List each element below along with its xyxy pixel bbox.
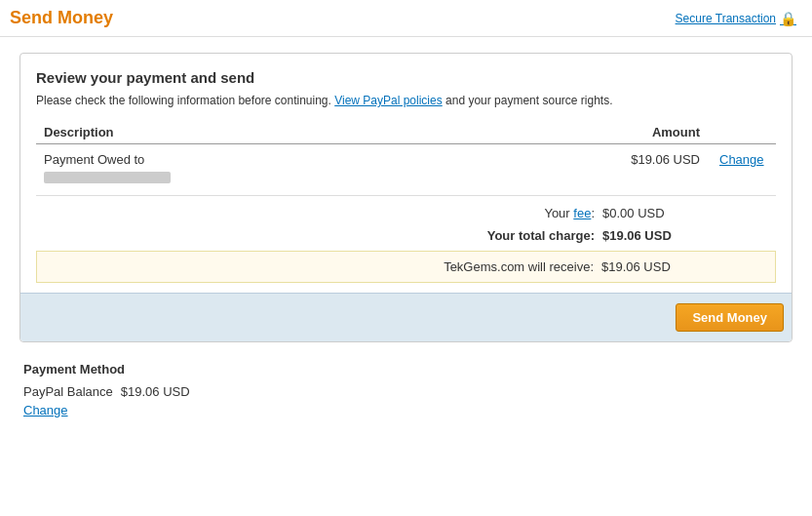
subtitle-post: and your payment source rights. [445, 94, 612, 107]
lock-icon: 🔒 [780, 11, 796, 26]
payment-desc-text: Payment Owed to [44, 152, 144, 167]
fee-value: $0.00 USD [602, 206, 700, 220]
recipient-email-blurred [44, 172, 171, 183]
payment-amount-cell: $19.06 USD [457, 144, 708, 191]
recipient-row: TekGems.com will receive: $19.06 USD [36, 251, 776, 283]
fee-link[interactable]: fee [573, 206, 591, 220]
recipient-label: TekGems.com will receive: [444, 259, 594, 274]
page-title: Send Money [10, 8, 113, 28]
payment-change-cell: Change [708, 144, 776, 191]
fee-section: Your fee: $0.00 USD Your total charge: $… [36, 195, 776, 243]
total-value: $19.06 USD [602, 228, 700, 243]
recipient-value: $19.06 USD [601, 259, 699, 274]
table-row: Payment Owed to $19.06 USD Change [36, 144, 776, 191]
action-bar: Send Money [20, 293, 792, 341]
total-row: Your total charge: $19.06 USD [44, 228, 768, 243]
card-subtitle: Please check the following information b… [36, 94, 776, 107]
payment-table: Description Amount Payment Owed to $19.0… [36, 121, 776, 191]
payment-method-section: Payment Method PayPal Balance $19.06 USD… [19, 362, 793, 417]
payment-method-amount: $19.06 USD [121, 384, 190, 399]
payment-method-name: PayPal Balance [23, 384, 113, 399]
total-label: Your total charge: [487, 228, 595, 243]
secure-transaction-label: Secure Transaction [676, 12, 776, 25]
secure-transaction-link[interactable]: Secure Transaction 🔒 [676, 11, 796, 26]
send-money-button[interactable]: Send Money [676, 303, 784, 332]
main-content: Review your payment and send Please chec… [0, 37, 812, 433]
review-card: Review your payment and send Please chec… [19, 53, 793, 342]
payment-desc-cell: Payment Owed to [36, 144, 457, 191]
paypal-policies-link[interactable]: View PayPal policies [334, 94, 443, 107]
page-header: Send Money Secure Transaction 🔒 [0, 0, 812, 37]
col-header-desc: Description [36, 121, 457, 144]
payment-method-title: Payment Method [23, 362, 789, 377]
payment-method-row: PayPal Balance $19.06 USD [23, 384, 789, 399]
fee-row: Your fee: $0.00 USD [44, 206, 768, 220]
col-header-action [708, 121, 776, 144]
subtitle-pre: Please check the following information b… [36, 94, 331, 107]
payment-change-link[interactable]: Change [719, 152, 764, 167]
payment-method-change-link[interactable]: Change [23, 403, 789, 417]
card-title: Review your payment and send [36, 69, 776, 86]
fee-label: Your fee: [544, 206, 595, 220]
col-header-amount: Amount [457, 121, 708, 144]
